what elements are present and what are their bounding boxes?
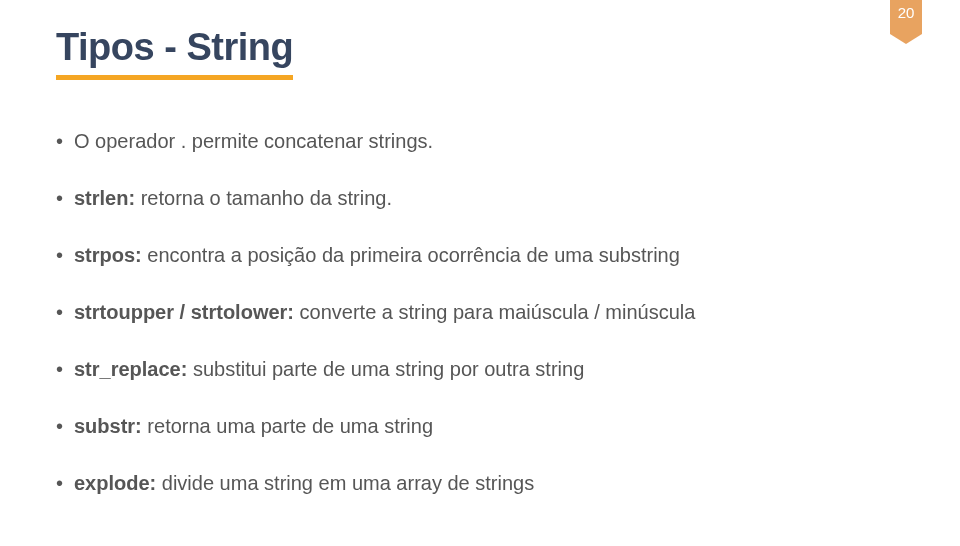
slide: 20 Tipos - String O operador . permite c… [0, 0, 960, 546]
bullet-term: strlen: [74, 187, 135, 209]
bullet-list: O operador . permite concatenar strings.… [56, 128, 904, 497]
bullet-term: str_replace: [74, 358, 187, 380]
bullet-item: strlen: retorna o tamanho da string. [56, 185, 904, 212]
bullet-item: substr: retorna uma parte de uma string [56, 413, 904, 440]
bullet-text: O operador . permite concatenar strings. [74, 130, 433, 152]
page-number: 20 [898, 4, 915, 21]
bullet-text: retorna uma parte de uma string [142, 415, 433, 437]
bullet-item: str_replace: substitui parte de uma stri… [56, 356, 904, 383]
bullet-text: encontra a posição da primeira ocorrênci… [142, 244, 680, 266]
title-block: Tipos - String [56, 26, 293, 80]
slide-title: Tipos - String [56, 26, 293, 69]
bullet-text: converte a string para maiúscula / minús… [294, 301, 695, 323]
bullet-text: retorna o tamanho da string. [135, 187, 392, 209]
bullet-item: strpos: encontra a posição da primeira o… [56, 242, 904, 269]
bullet-item: explode: divide uma string em uma array … [56, 470, 904, 497]
page-number-badge: 20 [890, 0, 922, 34]
bullet-item: strtoupper / strtolower: converte a stri… [56, 299, 904, 326]
bullet-term: strtoupper / strtolower: [74, 301, 294, 323]
bullet-item: O operador . permite concatenar strings. [56, 128, 904, 155]
bullet-text: substitui parte de uma string por outra … [187, 358, 584, 380]
title-underline [56, 75, 293, 80]
bullet-term: strpos: [74, 244, 142, 266]
bullet-term: explode: [74, 472, 156, 494]
bullet-text: divide uma string em uma array de string… [156, 472, 534, 494]
bullet-term: substr: [74, 415, 142, 437]
